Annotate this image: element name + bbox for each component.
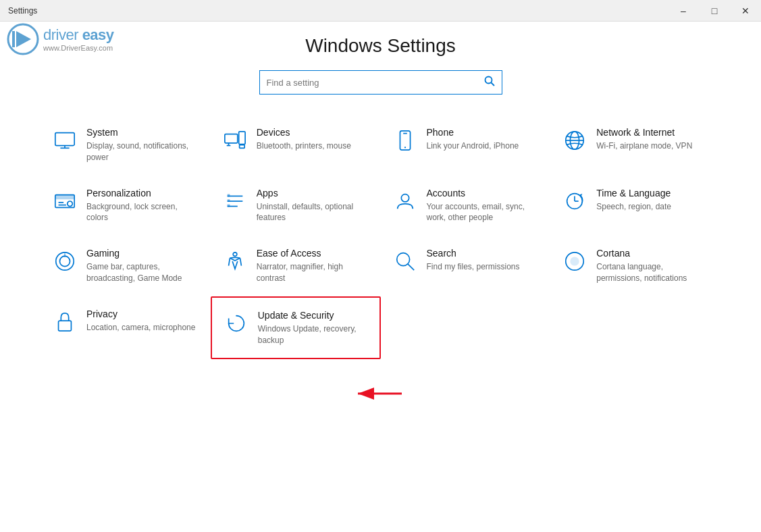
network-icon <box>561 127 588 154</box>
system-icon <box>51 127 78 154</box>
cortana-desc: Cortana language, permissions, notificat… <box>596 261 710 284</box>
ease-name: Ease of Access <box>257 248 370 259</box>
maximize-button[interactable]: □ <box>699 0 730 22</box>
devices-desc: Bluetooth, printers, mouse <box>257 140 370 152</box>
devices-icon <box>221 127 248 154</box>
privacy-name: Privacy <box>86 309 200 319</box>
settings-item-system[interactable]: System Display, sound, notifications, po… <box>41 115 211 176</box>
settings-item-network[interactable]: Network & Internet Wi-Fi, airplane mode,… <box>550 115 720 176</box>
svg-rect-5 <box>55 133 74 146</box>
settings-item-privacy[interactable]: Privacy Location, camera, microphone <box>41 296 211 360</box>
watermark: driver easy www.DriverEasy.com <box>5 22 114 57</box>
time-icon <box>561 188 588 215</box>
network-name: Network & Internet <box>596 127 710 138</box>
settings-item-ease[interactable]: Ease of Access Narrator, magnifier, high… <box>211 236 381 296</box>
svg-point-30 <box>401 194 409 201</box>
update-icon <box>223 310 250 337</box>
personalization-desc: Background, lock screen, colors <box>86 201 200 224</box>
svg-rect-2 <box>12 31 15 47</box>
update-name: Update & Security <box>258 310 369 321</box>
search-setting-name: Search <box>427 248 540 259</box>
settings-item-apps[interactable]: Apps Uninstall, defaults, optional featu… <box>211 176 381 236</box>
svg-rect-10 <box>239 145 244 149</box>
ease-desc: Narrator, magnifier, high contrast <box>257 261 370 284</box>
window-controls: – □ ✕ <box>668 0 761 22</box>
apps-name: Apps <box>257 188 370 198</box>
cortana-name: Cortana <box>596 248 710 259</box>
settings-item-search[interactable]: Search Find my files, permissions <box>381 236 551 296</box>
svg-rect-29 <box>227 204 230 207</box>
phone-icon <box>392 127 419 154</box>
accounts-desc: Your accounts, email, sync, work, other … <box>427 201 540 224</box>
ease-icon <box>221 248 248 275</box>
svg-point-37 <box>396 253 409 266</box>
cortana-icon <box>561 248 588 275</box>
gaming-icon <box>51 248 78 275</box>
svg-point-3 <box>485 77 492 84</box>
phone-desc: Link your Android, iPhone <box>427 140 540 152</box>
phone-name: Phone <box>427 127 540 138</box>
update-desc: Windows Update, recovery, backup <box>258 323 369 346</box>
accounts-name: Accounts <box>427 188 540 198</box>
gaming-desc: Game bar, captures, broadcasting, Game M… <box>86 261 200 284</box>
minimize-button[interactable]: – <box>668 0 699 22</box>
svg-point-40 <box>571 257 579 266</box>
personalization-icon <box>51 188 78 215</box>
privacy-icon <box>51 309 78 336</box>
system-desc: Display, sound, notifications, power <box>86 140 200 163</box>
settings-item-personalization[interactable]: Personalization Background, lock screen,… <box>41 176 211 236</box>
brand-url: www.DriverEasy.com <box>43 44 114 52</box>
settings-item-cortana[interactable]: Cortana Cortana language, permissions, n… <box>550 236 720 296</box>
settings-item-time[interactable]: Time & Language Speech, region, date <box>550 176 720 236</box>
svg-rect-20 <box>55 194 74 199</box>
system-name: System <box>86 127 200 138</box>
svg-line-4 <box>491 83 494 86</box>
svg-rect-28 <box>227 199 230 202</box>
annotation-arrow <box>351 383 405 404</box>
main-content: Windows Settings System Display, sound, … <box>0 22 761 532</box>
search-box[interactable] <box>259 70 502 95</box>
settings-item-devices[interactable]: Devices Bluetooth, printers, mouse <box>211 115 381 176</box>
time-name: Time & Language <box>596 188 710 198</box>
titlebar: Settings – □ ✕ <box>0 0 761 22</box>
close-button[interactable]: ✕ <box>730 0 761 22</box>
svg-rect-41 <box>59 321 72 331</box>
gaming-name: Gaming <box>86 248 200 259</box>
search-setting-desc: Find my files, permissions <box>427 261 540 273</box>
svg-point-23 <box>68 201 73 207</box>
personalization-name: Personalization <box>86 188 200 198</box>
search-container <box>41 70 720 95</box>
search-input[interactable] <box>267 78 484 88</box>
network-desc: Wi-Fi, airplane mode, VPN <box>596 140 710 152</box>
settings-grid: System Display, sound, notifications, po… <box>41 115 720 359</box>
apps-desc: Uninstall, defaults, optional features <box>257 201 370 224</box>
search-setting-icon <box>392 248 419 275</box>
svg-point-36 <box>233 252 237 257</box>
settings-item-update[interactable]: Update & Security Windows Update, recove… <box>211 296 381 360</box>
brand-logo-icon <box>5 22 41 57</box>
settings-item-phone[interactable]: Phone Link your Android, iPhone <box>381 115 551 176</box>
window-title: Settings <box>8 6 37 16</box>
brand-text: driver easy www.DriverEasy.com <box>43 26 114 52</box>
settings-item-accounts[interactable]: Accounts Your accounts, email, sync, wor… <box>381 176 551 236</box>
brand-name: driver easy <box>43 26 114 44</box>
svg-rect-27 <box>227 194 230 196</box>
time-desc: Speech, region, date <box>596 201 710 213</box>
search-icon <box>484 76 495 89</box>
svg-marker-1 <box>16 31 31 47</box>
svg-point-35 <box>59 257 70 267</box>
svg-rect-9 <box>238 132 244 144</box>
apps-icon <box>221 188 248 215</box>
page-title: Windows Settings <box>41 35 720 57</box>
devices-name: Devices <box>257 127 370 138</box>
svg-line-38 <box>407 264 413 270</box>
settings-item-gaming[interactable]: Gaming Game bar, captures, broadcasting,… <box>41 236 211 296</box>
arrow-annotation <box>351 383 405 404</box>
svg-rect-8 <box>225 134 238 143</box>
accounts-icon <box>392 188 419 215</box>
privacy-desc: Location, camera, microphone <box>86 322 200 334</box>
svg-point-15 <box>404 147 405 148</box>
